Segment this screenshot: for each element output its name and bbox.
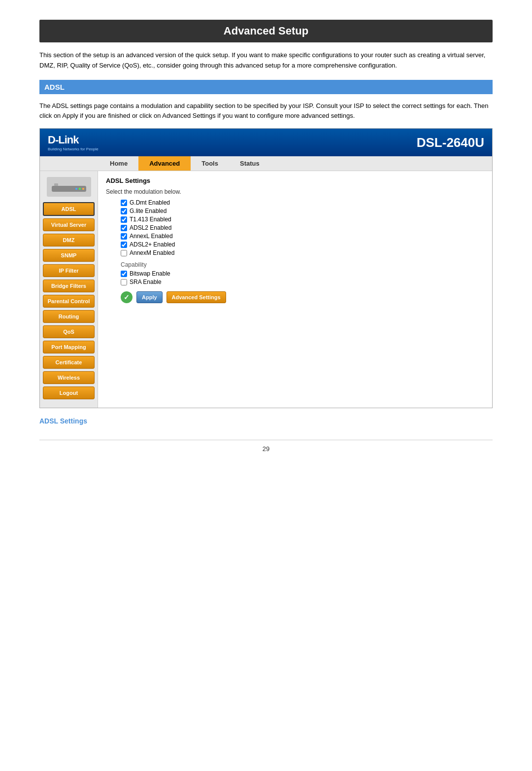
checkbox-annexm-input[interactable] [121, 250, 127, 256]
adsl-settings-footer-label: ADSL Settings [39, 417, 493, 425]
router-image [47, 177, 91, 197]
router-body: ADSL Virtual Server DMZ SNMP IP Filter B… [40, 171, 492, 408]
sidebar-item-routing[interactable]: Routing [43, 310, 95, 323]
sidebar-item-virtual-server[interactable]: Virtual Server [43, 218, 95, 231]
checkbox-t1413[interactable]: T1.413 Enabled [121, 216, 484, 223]
router-header: D-Link Building Networks for People DSL-… [40, 129, 492, 156]
tab-tools[interactable]: Tools [191, 156, 229, 171]
checkbox-adsl2-input[interactable] [121, 225, 127, 231]
intro-text: This section of the setup is an advanced… [39, 50, 493, 71]
router-ui: D-Link Building Networks for People DSL-… [39, 128, 493, 408]
modulation-checkboxes: G.Dmt Enabled G.lite Enabled T1.413 Enab… [121, 199, 484, 256]
checkbox-adsl2plus[interactable]: ADSL2+ Enabled [121, 241, 484, 248]
sidebar-item-dmz[interactable]: DMZ [43, 234, 95, 246]
adsl-section-desc: The ADSL settings page contains a modula… [39, 101, 493, 122]
page-title: Advanced Setup [39, 20, 493, 42]
svg-point-4 [82, 188, 84, 190]
checkbox-adsl2plus-input[interactable] [121, 242, 127, 248]
sidebar-item-ip-filter[interactable]: IP Filter [43, 264, 95, 277]
sidebar-item-parental-control[interactable]: Parental Control [43, 295, 95, 308]
checkbox-bitswap[interactable]: Bitswap Enable [121, 270, 484, 277]
page-number: 29 [263, 445, 269, 453]
content-heading: ADSL Settings [106, 177, 484, 184]
sidebar-item-wireless[interactable]: Wireless [43, 371, 95, 384]
checkbox-gdmt-input[interactable] [121, 200, 127, 206]
sidebar-item-qos[interactable]: QoS [43, 325, 95, 338]
checkbox-annexl-input[interactable] [121, 233, 127, 240]
svg-point-3 [79, 188, 81, 190]
svg-point-2 [75, 188, 77, 190]
advanced-settings-button[interactable]: Advanced Settings [166, 291, 226, 303]
page-footer: 29 [39, 440, 493, 453]
tab-status[interactable]: Status [229, 156, 270, 171]
tab-home[interactable]: Home [99, 156, 138, 171]
checkbox-annexl[interactable]: AnnexL Enabled [121, 233, 484, 240]
adsl-section-header: ADSL [39, 80, 493, 94]
dlink-logo: D-Link Building Networks for People [48, 134, 99, 151]
checkbox-glite[interactable]: G.lite Enabled [121, 208, 484, 214]
sidebar: ADSL Virtual Server DMZ SNMP IP Filter B… [40, 171, 98, 408]
sidebar-item-certificate[interactable]: Certificate [43, 356, 95, 369]
sidebar-item-logout[interactable]: Logout [43, 386, 95, 399]
sidebar-item-snmp[interactable]: SNMP [43, 249, 95, 262]
checkbox-t1413-input[interactable] [121, 216, 127, 223]
apply-row: ✓ Apply Advanced Settings [121, 291, 484, 303]
sidebar-item-port-mapping[interactable]: Port Mapping [43, 341, 95, 353]
checkbox-gdmt[interactable]: G.Dmt Enabled [121, 199, 484, 206]
sidebar-item-adsl[interactable]: ADSL [43, 202, 95, 216]
checkbox-adsl2[interactable]: ADSL2 Enabled [121, 224, 484, 231]
capability-checkboxes: Bitswap Enable SRA Enable [121, 270, 484, 285]
dlink-brand: D-Link [48, 134, 99, 146]
checkbox-bitswap-input[interactable] [121, 271, 127, 277]
capability-label: Capability [121, 261, 484, 268]
sidebar-item-bridge-filters[interactable]: Bridge Filters [43, 280, 95, 292]
svg-rect-1 [54, 183, 58, 186]
apply-checkmark-icon: ✓ [121, 291, 133, 303]
checkbox-annexm[interactable]: AnnexM Enabled [121, 249, 484, 256]
svg-rect-0 [52, 186, 86, 192]
dlink-tagline: Building Networks for People [48, 147, 99, 151]
router-model: DSL-2640U [417, 135, 484, 150]
checkbox-sra-input[interactable] [121, 279, 127, 285]
checkbox-sra[interactable]: SRA Enable [121, 279, 484, 285]
tab-advanced[interactable]: Advanced [138, 156, 191, 171]
checkbox-glite-input[interactable] [121, 208, 127, 214]
apply-button[interactable]: Apply [136, 291, 163, 303]
nav-tabs: Home Advanced Tools Status [40, 156, 492, 171]
select-modulation-label: Select the modulation below. [106, 188, 484, 195]
content-panel: ADSL Settings Select the modulation belo… [98, 171, 492, 408]
